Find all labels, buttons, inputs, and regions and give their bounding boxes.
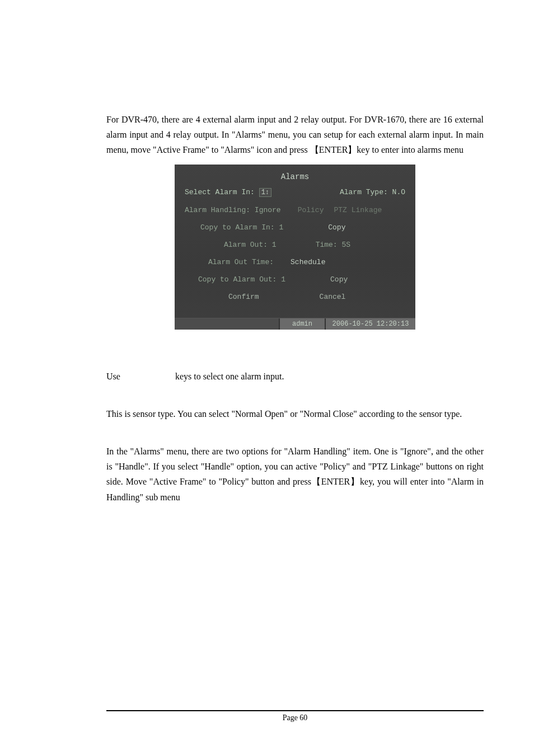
alarm-type-label: Alarm Type:: [340, 188, 388, 196]
select-instruction: Use keys to select one alarm input.: [106, 369, 484, 384]
alarm-type-value[interactable]: N.O: [392, 188, 405, 196]
time-value[interactable]: 5S: [341, 241, 350, 249]
page-footer: Page 60: [106, 710, 484, 722]
intro-paragraph: For DVR-470, there are 4 external alarm …: [106, 112, 484, 158]
alarm-handling-paragraph: In the "Alarms" menu, there are two opti…: [106, 444, 484, 505]
sensor-type-paragraph: This is sensor type. You can select "Nor…: [106, 406, 484, 421]
policy-button[interactable]: Policy: [298, 206, 324, 214]
alarm-out-value[interactable]: 1: [272, 241, 277, 249]
confirm-button[interactable]: Confirm: [228, 293, 259, 301]
select-alarm-in-label: Select Alarm In:: [185, 188, 255, 196]
time-label: Time:: [316, 241, 338, 249]
alarm-handling-label: Alarm Handling:: [185, 206, 250, 214]
status-user: admin: [279, 318, 326, 330]
copy-to-alarm-out-label: Copy to Alarm Out:: [198, 275, 277, 284]
status-bar: admin 2006-10-25 12:20:13: [175, 318, 415, 330]
copy-button-2[interactable]: Copy: [330, 275, 348, 284]
copy-to-alarm-in-label: Copy to Alarm In:: [200, 223, 275, 232]
copy-to-alarm-in-value[interactable]: 1: [279, 223, 283, 232]
select-alarm-in-value[interactable]: 1↕: [259, 188, 271, 197]
copy-button-1[interactable]: Copy: [328, 223, 345, 232]
copy-to-alarm-out-value[interactable]: 1: [281, 275, 285, 284]
cancel-button[interactable]: Cancel: [320, 293, 346, 301]
alarm-handling-value[interactable]: Ignore: [255, 206, 281, 214]
status-datetime: 2006-10-25 12:20:13: [326, 318, 415, 330]
alarms-screenshot: Alarms Select Alarm In: 1↕ Alarm Type: N…: [106, 165, 484, 330]
alarm-out-label: Alarm Out:: [224, 241, 268, 249]
ptz-linkage-button[interactable]: PTZ Linkage: [334, 206, 382, 214]
schedule-button[interactable]: Schedule: [291, 258, 325, 266]
alarms-title: Alarms: [185, 172, 405, 181]
alarm-out-time-label: Alarm Out Time:: [208, 258, 274, 266]
